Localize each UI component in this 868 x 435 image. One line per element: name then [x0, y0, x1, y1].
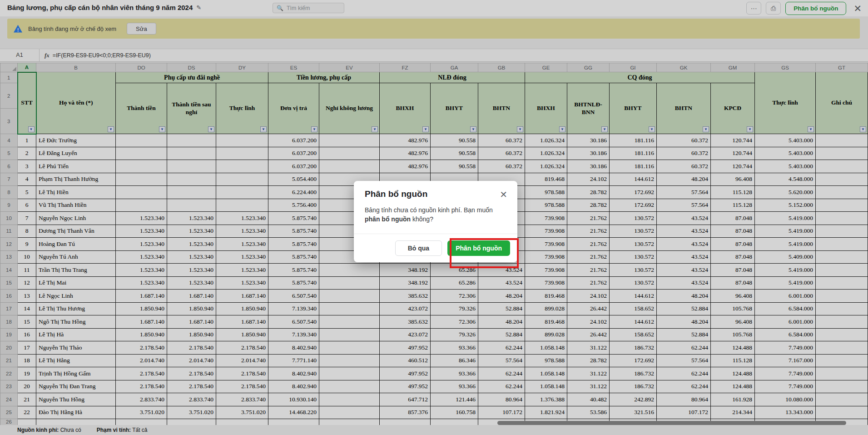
dialog-close-icon[interactable]: ✕: [499, 189, 508, 200]
allocate-source-dialog: Phân bổ nguồn ✕ Bảng tính chưa có nguồn …: [354, 181, 517, 262]
dialog-body: Bảng tính chưa có nguồn kinh phí. Bạn mu…: [354, 203, 517, 234]
dialog-text: không?: [411, 215, 433, 223]
spreadsheet-app: Bảng lương, phụ cấp cán bộ nhân viên thá…: [0, 0, 868, 435]
dialog-footer: Bỏ qua Phân bổ nguồn: [354, 234, 517, 262]
dialog-header: Phân bổ nguồn ✕: [354, 181, 517, 203]
skip-button[interactable]: Bỏ qua: [395, 240, 442, 256]
dialog-text-bold: phân bổ nguồn: [365, 215, 411, 223]
dialog-text: Bảng tính chưa có nguồn kinh phí. Bạn mu…: [365, 206, 493, 214]
dialog-title: Phân bổ nguồn: [365, 189, 427, 199]
allocate-source-confirm-button[interactable]: Phân bổ nguồn: [447, 240, 510, 256]
